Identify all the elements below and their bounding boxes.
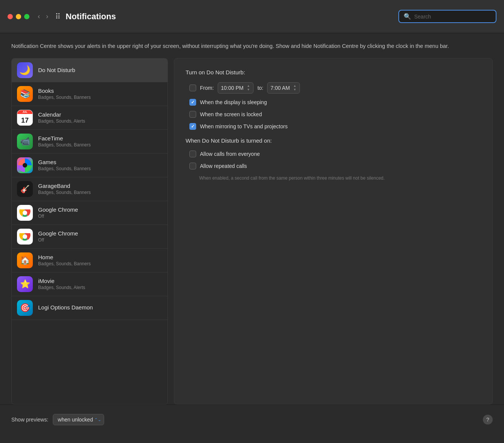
grid-icon: ⠿ [55, 12, 61, 21]
mirroring-row[interactable]: When mirroring to TVs and projectors [186, 123, 481, 130]
from-time-stepper[interactable]: ▲ ▼ [247, 84, 250, 92]
books-app-icon: 📚 [17, 86, 33, 102]
forward-button[interactable]: › [44, 12, 51, 21]
sidebar-item-calendar[interactable]: JUL 17 Calendar Badges, Sounds, Alerts [12, 106, 167, 130]
display-sleeping-checkbox[interactable] [189, 99, 196, 106]
chrome-1-subtitle: Off [38, 214, 162, 219]
garageband-name: GarageBand [38, 183, 162, 189]
traffic-lights [8, 14, 29, 19]
from-label: From: [200, 85, 214, 91]
imovie-subtitle: Badges, Sounds, Alerts [38, 285, 162, 290]
garageband-app-icon: 🎸 [17, 181, 33, 197]
chrome-2-subtitle: Off [38, 237, 162, 243]
home-info: Home Badges, Sounds, Banners [38, 254, 162, 266]
svg-point-4 [23, 211, 27, 215]
to-time-picker[interactable]: 7:00 AM ▲ ▼ [267, 82, 300, 94]
search-input[interactable] [414, 14, 491, 20]
books-subtitle: Badges, Sounds, Banners [38, 95, 162, 100]
helper-text: When enabled, a second call from the sam… [186, 175, 481, 182]
dnd-name: Do Not Disturb [38, 67, 162, 73]
chrome-app-icon-2 [17, 229, 33, 245]
allow-calls-checkbox[interactable] [189, 151, 196, 157]
allow-repeated-checkbox[interactable] [189, 163, 196, 169]
chrome-app-icon-1 [17, 205, 33, 221]
display-sleeping-row[interactable]: When the display is sleeping [186, 99, 481, 106]
games-app-icon [17, 157, 33, 173]
to-time-up[interactable]: ▲ [293, 84, 297, 88]
sidebar-item-imovie[interactable]: ⭐ iMovie Badges, Sounds, Alerts [12, 272, 167, 296]
allow-calls-row[interactable]: Allow calls from everyone [186, 151, 481, 157]
books-name: Books [38, 88, 162, 94]
sidebar-item-home[interactable]: 🏠 Home Badges, Sounds, Banners [12, 249, 167, 272]
svg-point-7 [23, 234, 27, 239]
from-time-picker[interactable]: 10:00 PM ▲ ▼ [218, 82, 254, 94]
calendar-date: 17 [17, 117, 32, 125]
sidebar-item-google-chrome-1[interactable]: Google Chrome Off [12, 201, 167, 225]
minimize-button[interactable] [16, 14, 21, 19]
sidebar-item-logi[interactable]: 🎯 Logi Options Daemon [12, 296, 167, 320]
home-subtitle: Badges, Sounds, Banners [38, 261, 162, 266]
imovie-name: iMovie [38, 278, 162, 284]
mirroring-checkbox[interactable] [189, 123, 196, 130]
preview-select[interactable]: always when unlocked never [53, 414, 104, 425]
show-previews-label: Show previews: [11, 417, 48, 423]
sidebar-item-do-not-disturb[interactable]: 🌙 Do Not Disturb [12, 58, 167, 82]
logi-info: Logi Options Daemon [38, 304, 162, 311]
sidebar-item-facetime[interactable]: 📹 FaceTime Badges, Sounds, Banners [12, 130, 167, 154]
to-time-down[interactable]: ▼ [293, 88, 297, 92]
dnd-info: Do Not Disturb [38, 67, 162, 73]
facetime-app-icon: 📹 [17, 134, 33, 149]
to-time-value: 7:00 AM [270, 85, 290, 91]
calendar-app-icon: JUL 17 [17, 110, 33, 126]
bottom-bar: Show previews: always when unlocked neve… [0, 405, 504, 435]
display-sleeping-label: When the display is sleeping [200, 99, 267, 105]
time-checkbox[interactable] [189, 85, 196, 91]
dnd-section-title: Turn on Do Not Disturb: [186, 69, 481, 75]
calendar-header: JUL [17, 110, 32, 114]
to-time-stepper[interactable]: ▲ ▼ [293, 84, 297, 92]
chrome-2-name: Google Chrome [38, 230, 162, 237]
dnd-app-icon: 🌙 [17, 62, 33, 78]
when-turned-on-title: When Do Not Disturb is turned on: [186, 137, 481, 144]
facetime-name: FaceTime [38, 135, 162, 142]
main-content: 🌙 Do Not Disturb 📚 Books Badges, Sounds,… [0, 58, 504, 405]
home-app-icon: 🏠 [17, 252, 33, 268]
maximize-button[interactable] [24, 14, 29, 19]
back-button[interactable]: ‹ [35, 12, 42, 21]
garageband-info: GarageBand Badges, Sounds, Banners [38, 183, 162, 195]
sidebar[interactable]: 🌙 Do Not Disturb 📚 Books Badges, Sounds,… [11, 58, 168, 405]
svg-point-1 [23, 163, 27, 168]
imovie-info: iMovie Badges, Sounds, Alerts [38, 278, 162, 290]
sidebar-item-garageband[interactable]: 🎸 GarageBand Badges, Sounds, Banners [12, 177, 167, 201]
calendar-info: Calendar Badges, Sounds, Alerts [38, 111, 162, 124]
imovie-app-icon: ⭐ [17, 276, 33, 292]
sidebar-item-games[interactable]: Games Badges, Sounds, Banners [12, 154, 167, 177]
calendar-subtitle: Badges, Sounds, Alerts [38, 118, 162, 124]
screen-locked-row[interactable]: When the screen is locked [186, 111, 481, 118]
from-time-value: 10:00 PM [221, 85, 244, 91]
preview-select-wrapper[interactable]: always when unlocked never [53, 414, 104, 425]
page-title: Notifications [66, 12, 398, 22]
from-time-up[interactable]: ▲ [247, 84, 250, 88]
allow-repeated-row[interactable]: Allow repeated calls [186, 163, 481, 169]
games-info: Games Badges, Sounds, Banners [38, 159, 162, 171]
to-label: to: [257, 85, 263, 91]
chrome-2-info: Google Chrome Off [38, 230, 162, 243]
description-text: Notification Centre shows your alerts in… [0, 33, 504, 58]
calendar-month: JUL [17, 111, 32, 113]
allow-calls-label: Allow calls from everyone [200, 151, 260, 157]
help-button[interactable]: ? [483, 415, 493, 425]
calendar-name: Calendar [38, 111, 162, 118]
detail-panel: Turn on Do Not Disturb: From: 10:00 PM ▲… [174, 58, 493, 405]
home-name: Home [38, 254, 162, 260]
search-box[interactable]: 🔍 [398, 10, 496, 23]
sidebar-item-books[interactable]: 📚 Books Badges, Sounds, Banners [12, 82, 167, 106]
sidebar-item-google-chrome-2[interactable]: Google Chrome Off [12, 225, 167, 249]
screen-locked-label: When the screen is locked [200, 111, 262, 117]
from-time-down[interactable]: ▼ [247, 88, 250, 92]
nav-arrows: ‹ › [35, 12, 51, 21]
time-row: From: 10:00 PM ▲ ▼ to: 7:00 AM ▲ ▼ [186, 82, 481, 94]
chrome-1-info: Google Chrome Off [38, 206, 162, 219]
screen-locked-checkbox[interactable] [189, 111, 196, 118]
close-button[interactable] [8, 14, 13, 19]
